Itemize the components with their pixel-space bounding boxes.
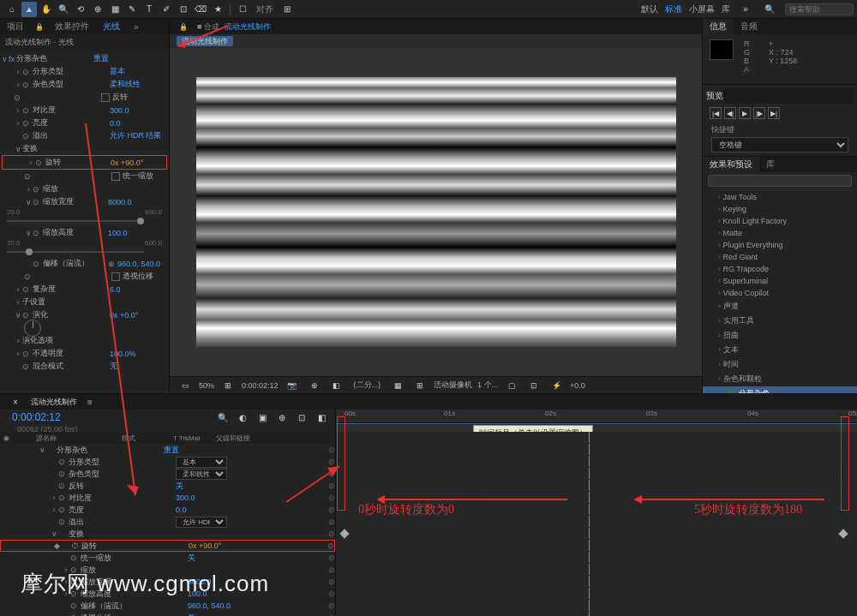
val-opacity[interactable]: 100.0% — [110, 350, 136, 358]
select-tool-icon[interactable]: ▲ — [21, 2, 37, 17]
stamp-tool-icon[interactable]: ⊡ — [176, 2, 191, 17]
snap-checkbox[interactable]: ☐ — [235, 2, 250, 17]
eraser-tool-icon[interactable]: ⌫ — [193, 2, 208, 17]
view-count[interactable]: 1 个... — [477, 380, 498, 391]
orbit-tool-icon[interactable]: ⟲ — [73, 2, 88, 17]
effects-search-input[interactable] — [708, 175, 852, 187]
region-icon[interactable]: ▭ — [177, 378, 193, 393]
val-scalew[interactable]: 8000.0 — [108, 198, 132, 206]
val-fractal-type[interactable]: 基本 — [110, 66, 125, 77]
val-overflow[interactable]: 允许 HDR 结果 — [110, 130, 162, 141]
keyframe[interactable] — [838, 529, 848, 538]
preset-category[interactable]: › Plugin Everything — [703, 239, 857, 251]
tab-library[interactable]: 库 — [759, 157, 782, 172]
col-name[interactable]: 源名称 — [19, 434, 122, 443]
time-ruler[interactable]: :00s01s02s03s04s05s — [336, 410, 857, 423]
val-evolution[interactable]: 0x +0.0° — [110, 311, 138, 320]
track-row[interactable] — [336, 612, 857, 616]
val-scaleh[interactable]: 100.0 — [108, 229, 128, 237]
prop-fractal[interactable]: 分形杂色 — [16, 53, 93, 64]
preset-category[interactable]: › Keying — [703, 203, 857, 215]
col-parent[interactable]: 父级和链接 — [216, 434, 332, 443]
track-row[interactable] — [336, 456, 857, 468]
perspective-checkbox[interactable] — [111, 272, 120, 281]
val-rotation[interactable]: 0x +90.0° — [111, 158, 143, 167]
home-icon[interactable]: ⌂ — [4, 2, 20, 17]
val-brightness[interactable]: 0.0 — [110, 119, 121, 128]
track-row[interactable] — [336, 444, 857, 456]
track-row[interactable] — [336, 576, 857, 588]
timeline-prop-row[interactable]: ›⊙亮度0.0⊘ — [0, 504, 335, 516]
workspace-default[interactable]: 默认 — [641, 3, 658, 15]
puppet-tool-icon[interactable]: ★ — [210, 2, 225, 17]
timeline-prop-row[interactable]: ›⊙缩放⊘ — [0, 564, 335, 576]
pen-tool-icon[interactable]: ✎ — [124, 2, 140, 17]
timeline-prop-row[interactable]: ⊙反转关⊘ — [0, 480, 335, 492]
timeline-prop-row[interactable]: ∨分形杂色重置⊘ — [0, 444, 335, 456]
prop-select[interactable]: 基本 — [176, 457, 227, 468]
timeline-prop-row[interactable]: ›⊙缩放高度100.0⊘ — [0, 588, 335, 600]
timeline-tab[interactable]: 流动光线制作 — [24, 395, 84, 410]
timeline-prop-row[interactable]: ⊙统一缩放关⊘ — [0, 552, 335, 564]
hand-tool-icon[interactable]: ✋ — [39, 2, 54, 17]
timeline-prop-row[interactable]: ∨变换⊘ — [0, 528, 335, 540]
tl-icon1[interactable]: 🔍 — [215, 410, 231, 425]
timeline-prop-row[interactable]: ⊙偏移（湍流）960.0, 540.0⊘ — [0, 600, 335, 612]
snapshot-icon[interactable]: 📷 — [285, 378, 300, 393]
prop-transform[interactable]: 变换 — [22, 143, 99, 154]
comp-name[interactable]: 流动光线制作 — [225, 21, 271, 33]
render-queue-icon[interactable]: × — [8, 394, 23, 410]
scaleh-slider[interactable] — [7, 248, 144, 255]
track-row[interactable] — [336, 468, 857, 480]
timeline-prop-row[interactable]: ⊙溢出允许 HDR 结果⊘ — [0, 516, 335, 528]
track-row[interactable] — [336, 432, 857, 444]
preset-item[interactable]: 分形杂色 — [703, 386, 857, 393]
keyframe[interactable] — [339, 529, 349, 538]
track-row[interactable] — [336, 588, 857, 600]
val-blend[interactable]: 无 — [110, 361, 117, 372]
timeline-prop-row[interactable]: ⊙杂色类型柔和线性⊘ — [0, 468, 335, 480]
preset-category[interactable]: › Knoll Light Factory — [703, 215, 857, 227]
camera-select[interactable]: 活动摄像机 — [434, 380, 472, 391]
3d-icon[interactable]: ▦ — [390, 378, 405, 393]
timeline-prop-row[interactable]: ⊙透视位移关⊘ — [0, 612, 335, 616]
tl-icon4[interactable]: ⊕ — [274, 410, 290, 425]
prop-select[interactable]: 允许 HDR 结果 — [176, 517, 227, 528]
workspace-lib[interactable]: 库 — [722, 3, 730, 15]
tl-icon6[interactable]: ◧ — [314, 410, 329, 425]
preset-category[interactable]: › RG Trapcode — [703, 263, 857, 275]
mask-icon[interactable]: ◧ — [329, 378, 345, 393]
val-contrast[interactable]: 300.0 — [110, 106, 129, 115]
preset-category[interactable]: › Video Copilot — [703, 287, 857, 299]
preset-category[interactable]: › Superluminal — [703, 275, 857, 287]
help-search-input[interactable] — [785, 3, 854, 15]
timeline-prop-row[interactable]: ›⊙缩放宽度8000.0⊘ — [0, 576, 335, 588]
brush-tool-icon[interactable]: ✐ — [159, 2, 174, 17]
track-row[interactable] — [336, 552, 857, 564]
tl-icon2[interactable]: ◐ — [235, 410, 250, 425]
play-button[interactable]: ▶ — [739, 107, 751, 119]
preset-category[interactable]: › Jaw Tools — [703, 191, 857, 203]
uniform-checkbox[interactable] — [111, 172, 120, 181]
breadcrumb[interactable]: 流动光线制作 — [177, 36, 233, 46]
preset-category[interactable]: › 时间 — [703, 357, 857, 372]
preset-category[interactable]: › 实用工具 — [703, 314, 857, 328]
workspace-standard[interactable]: 标准 — [665, 3, 682, 15]
prop-select[interactable]: 柔和线性 — [176, 469, 227, 480]
reset-button[interactable]: 重置 — [93, 53, 109, 64]
viewer-content[interactable] — [196, 77, 676, 347]
track-row[interactable] — [336, 540, 857, 552]
track-row[interactable] — [336, 528, 857, 540]
preset-category[interactable]: › Red Giant — [703, 251, 857, 263]
track-row[interactable] — [336, 492, 857, 504]
shortcut-select[interactable]: 空格键 — [711, 137, 848, 153]
last-frame-button[interactable]: ▶| — [768, 107, 780, 119]
col-trk[interactable]: T TrkMat — [173, 434, 216, 442]
prop-sub[interactable]: 子设置 — [22, 296, 99, 308]
fast-icon[interactable]: ⚡ — [548, 378, 564, 393]
exposure-value[interactable]: +0.0 — [570, 381, 585, 390]
evolution-dial[interactable] — [24, 320, 41, 337]
val-complexity[interactable]: 6.0 — [110, 285, 121, 294]
res-icon[interactable]: ⊞ — [220, 378, 236, 393]
track-row[interactable] — [336, 564, 857, 576]
